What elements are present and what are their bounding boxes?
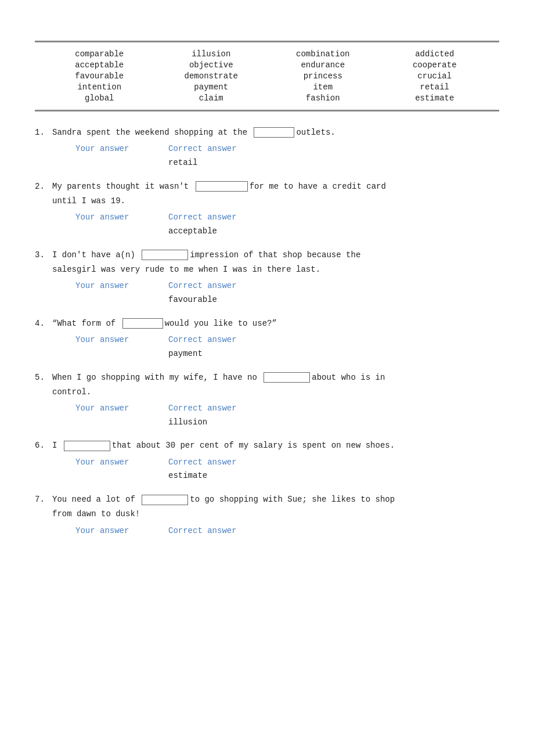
answer-row: Your answerCorrect answerfavourable	[52, 279, 499, 307]
correct-section: Correct answerpayment	[168, 333, 284, 361]
answer-row: Your answerCorrect answerretail	[52, 142, 499, 170]
question-item-3: 3.I don't have a(n) impression of that s…	[35, 248, 499, 311]
question-number: 7.	[35, 492, 52, 541]
answer-blank[interactable]	[254, 127, 294, 138]
correct-answer-value: acceptable	[168, 225, 284, 239]
question-sentence: When I go shopping with my wife, I have …	[52, 370, 499, 385]
question-content: My parents thought it wasn't for me to h…	[52, 179, 499, 242]
question-content: “What form of would you like to use?”You…	[52, 316, 499, 365]
question-content: I don't have a(n) impression of that sho…	[52, 248, 499, 311]
correct-answer-label: Correct answer	[168, 333, 284, 347]
word-box-col-2: combinationenduranceprincessitemfashion	[270, 49, 376, 103]
question-sentence: I that about 30 per cent of my salary is…	[52, 438, 499, 453]
answer-row: Your answerCorrect answeracceptable	[52, 211, 499, 239]
question-number: 6.	[35, 438, 52, 487]
question-sentence: “What form of would you like to use?”	[52, 316, 499, 331]
sentence-before: I don't have a(n)	[52, 250, 140, 260]
answer-row: Your answerCorrect answer	[52, 524, 499, 538]
correct-answer-label: Correct answer	[168, 211, 284, 225]
question-item-4: 4.“What form of would you like to use?”Y…	[35, 316, 499, 365]
sentence-after: for me to have a credit card	[250, 182, 386, 191]
question-item-7: 7.You need a lot of to go shopping with …	[35, 492, 499, 541]
question-sentence: My parents thought it wasn't for me to h…	[52, 179, 499, 194]
answer-row: Your answerCorrect answerpayment	[52, 333, 499, 361]
word-item: cooperate	[382, 60, 488, 70]
word-item: fashion	[270, 93, 376, 103]
word-item: endurance	[270, 60, 376, 70]
questions-list: 1.Sandra spent the weekend shopping at t…	[35, 125, 499, 541]
word-item: illusion	[158, 49, 265, 59]
sentence-before: When I go shopping with my wife, I have …	[52, 373, 262, 382]
your-answer-label: Your answer	[52, 279, 168, 307]
correct-section: Correct answerestimate	[168, 456, 284, 484]
correct-answer-label: Correct answer	[168, 402, 284, 416]
question-content: I that about 30 per cent of my salary is…	[52, 438, 499, 487]
correct-answer-value: estimate	[168, 469, 284, 483]
correct-answer-value: illusion	[168, 416, 284, 430]
word-item: princess	[270, 71, 376, 81]
correct-section: Correct answerfavourable	[168, 279, 284, 307]
answer-blank[interactable]	[264, 372, 310, 383]
answer-blank[interactable]	[122, 318, 163, 329]
correct-section: Correct answerillusion	[168, 402, 284, 430]
answer-blank[interactable]	[142, 250, 188, 260]
question-sentence: You need a lot of to go shopping with Su…	[52, 492, 499, 507]
sentence-continuation: from dawn to dusk!	[52, 507, 499, 521]
word-item: favourable	[46, 71, 153, 81]
question-number: 1.	[35, 125, 52, 174]
sentence-after: about who is in	[312, 373, 385, 382]
word-item: intention	[46, 82, 153, 92]
question-number: 3.	[35, 248, 52, 311]
word-box: comparableacceptablefavourableintentiong…	[35, 41, 499, 111]
correct-section: Correct answer	[168, 524, 284, 538]
word-item: global	[46, 93, 153, 103]
answer-row: Your answerCorrect answerestimate	[52, 456, 499, 484]
sentence-before: I	[52, 441, 62, 450]
question-content: When I go shopping with my wife, I have …	[52, 370, 499, 433]
sentence-continuation: salesgirl was very rude to me when I was…	[52, 262, 499, 277]
your-answer-label: Your answer	[52, 333, 168, 361]
answer-blank[interactable]	[64, 441, 110, 451]
sentence-continuation: until I was 19.	[52, 194, 499, 208]
word-item: comparable	[46, 49, 153, 59]
word-item: addicted	[382, 49, 488, 59]
correct-section: Correct answeracceptable	[168, 211, 284, 239]
question-item-5: 5.When I go shopping with my wife, I hav…	[35, 370, 499, 433]
word-item: claim	[158, 93, 265, 103]
sentence-continuation: control.	[52, 385, 499, 399]
word-item: demonstrate	[158, 71, 265, 81]
sentence-after: that about 30 per cent of my salary is s…	[112, 441, 395, 450]
correct-section: Correct answerretail	[168, 142, 284, 170]
sentence-before: “What form of	[52, 319, 121, 328]
question-number: 5.	[35, 370, 52, 433]
question-item-6: 6.I that about 30 per cent of my salary …	[35, 438, 499, 487]
word-item: crucial	[382, 71, 488, 81]
word-item: objective	[158, 60, 265, 70]
question-content: You need a lot of to go shopping with Su…	[52, 492, 499, 541]
your-answer-label: Your answer	[52, 456, 168, 484]
answer-blank[interactable]	[196, 181, 248, 192]
word-box-col-3: addictedcooperatecrucialretailestimate	[382, 49, 488, 103]
sentence-after: impression of that shop because the	[190, 250, 360, 260]
correct-answer-value: payment	[168, 347, 284, 361]
answer-row: Your answerCorrect answerillusion	[52, 402, 499, 430]
your-answer-label: Your answer	[52, 211, 168, 239]
word-item: acceptable	[46, 60, 153, 70]
sentence-after: would you like to use?”	[165, 319, 277, 328]
correct-answer-value: favourable	[168, 293, 284, 307]
question-number: 4.	[35, 316, 52, 365]
correct-answer-label: Correct answer	[168, 279, 284, 293]
sentence-before: Sandra spent the weekend shopping at the	[52, 128, 252, 137]
sentence-after: to go shopping with Sue; she likes to sh…	[190, 495, 395, 504]
answer-blank[interactable]	[142, 495, 188, 505]
word-item: combination	[270, 49, 376, 59]
your-answer-label: Your answer	[52, 402, 168, 430]
question-number: 2.	[35, 179, 52, 242]
word-item: item	[270, 82, 376, 92]
question-sentence: I don't have a(n) impression of that sho…	[52, 248, 499, 262]
word-box-col-0: comparableacceptablefavourableintentiong…	[46, 49, 153, 103]
word-box-col-1: illusionobjectivedemonstratepaymentclaim	[158, 49, 265, 103]
question-sentence: Sandra spent the weekend shopping at the…	[52, 125, 499, 140]
word-item: retail	[382, 82, 488, 92]
your-answer-label: Your answer	[52, 524, 168, 538]
